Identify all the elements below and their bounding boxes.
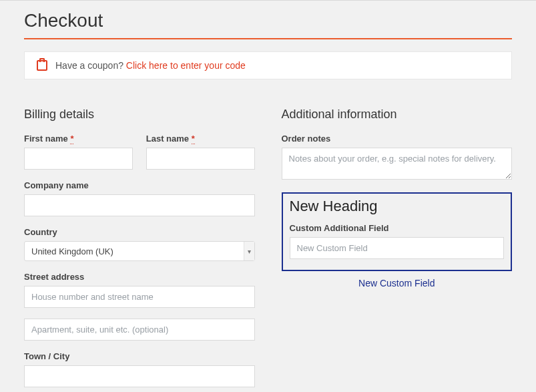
country-select[interactable]: United Kingdom (UK) ▾ bbox=[24, 241, 255, 261]
title-rule bbox=[24, 38, 512, 39]
town-label: Town / City bbox=[24, 351, 255, 361]
custom-field-highlight: New Heading Custom Additional Field bbox=[282, 192, 513, 271]
last-name-label: Last name * bbox=[146, 134, 255, 144]
coupon-prompt: Have a coupon? Click here to enter your … bbox=[55, 60, 246, 71]
company-label: Company name bbox=[24, 180, 255, 190]
town-input[interactable] bbox=[24, 365, 255, 387]
first-name-label-text: First name bbox=[24, 134, 68, 144]
custom-field-label: Custom Additional Field bbox=[290, 223, 505, 233]
last-name-input[interactable] bbox=[146, 148, 255, 170]
country-selected: United Kingdom (UK) bbox=[31, 246, 113, 256]
new-custom-field-caption: New Custom Field bbox=[282, 278, 513, 288]
coupon-link[interactable]: Click here to enter your code bbox=[126, 60, 246, 71]
required-indicator: * bbox=[70, 134, 73, 144]
street-label: Street address bbox=[24, 272, 255, 282]
company-input[interactable] bbox=[24, 194, 255, 216]
additional-heading: Additional information bbox=[282, 108, 513, 122]
order-notes-label: Order notes bbox=[282, 134, 513, 144]
custom-field-input[interactable] bbox=[290, 237, 505, 259]
last-name-label-text: Last name bbox=[146, 134, 189, 144]
order-notes-textarea[interactable] bbox=[282, 148, 513, 180]
coupon-prompt-text: Have a coupon? bbox=[55, 60, 126, 71]
billing-heading: Billing details bbox=[24, 108, 255, 122]
additional-column: Additional information Order notes New H… bbox=[282, 108, 513, 392]
first-name-label: First name * bbox=[24, 134, 133, 144]
country-label: Country bbox=[24, 227, 255, 237]
custom-heading: New Heading bbox=[290, 198, 505, 215]
first-name-input[interactable] bbox=[24, 148, 133, 170]
coupon-notice: Have a coupon? Click here to enter your … bbox=[24, 51, 512, 79]
coupon-icon bbox=[37, 60, 47, 71]
street-line2-input[interactable] bbox=[24, 319, 255, 341]
street-line1-input[interactable] bbox=[24, 286, 255, 308]
billing-column: Billing details First name * Last name * bbox=[24, 108, 255, 392]
required-indicator: * bbox=[192, 134, 195, 144]
page-title: Checkout bbox=[24, 10, 512, 38]
chevron-down-icon: ▾ bbox=[244, 242, 254, 260]
